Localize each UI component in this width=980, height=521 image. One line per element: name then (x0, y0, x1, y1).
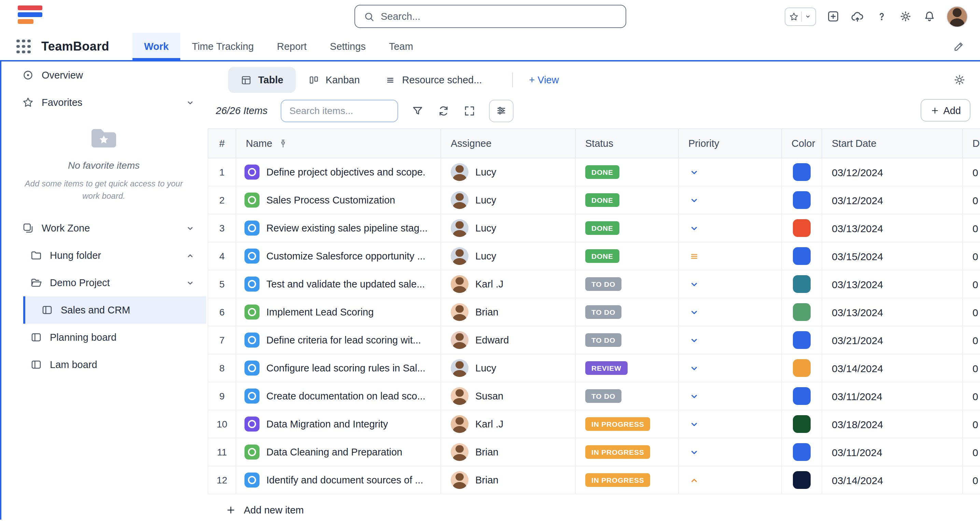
view-tab-resource-scheduling[interactable]: Resource sched... (372, 67, 495, 93)
priority-cell[interactable] (678, 354, 781, 383)
color-chip[interactable] (793, 471, 811, 489)
column-header-priority[interactable]: Priority (678, 129, 781, 159)
view-tab-kanban[interactable]: Kanban (296, 67, 372, 93)
assignee-cell[interactable]: Lucy (441, 354, 575, 383)
name-cell[interactable]: Implement Lead Scoring (235, 299, 441, 326)
priority-cell[interactable] (678, 466, 781, 494)
sidebar-item-overview[interactable]: Overview (2, 62, 206, 89)
sidebar-item-hung-folder[interactable]: Hung folder (2, 242, 206, 269)
app-logo[interactable] (18, 5, 42, 24)
color-cell[interactable] (781, 383, 822, 410)
status-cell[interactable]: TO DO (575, 270, 678, 299)
sidebar-item-sales-and-crm[interactable]: Sales and CRM (23, 296, 206, 324)
sidebar-item-demo-project[interactable]: Demo Project (2, 269, 206, 296)
start-date-cell[interactable]: 03/18/2024 (822, 410, 962, 438)
add-square-icon[interactable] (826, 10, 840, 23)
chevron-down-icon[interactable] (185, 278, 195, 288)
due-date-cell[interactable]: 0 (962, 186, 980, 214)
color-cell[interactable] (781, 354, 822, 383)
start-date-cell[interactable]: 03/13/2024 (822, 270, 962, 299)
assignee-cell[interactable]: Lucy (441, 214, 575, 242)
name-cell[interactable]: Create documentation on lead sco... (235, 383, 441, 410)
assignee-cell[interactable]: Lucy (441, 242, 575, 270)
start-date-cell[interactable]: 03/13/2024 (822, 299, 962, 326)
status-badge[interactable]: TO DO (585, 277, 622, 291)
color-chip[interactable] (793, 359, 811, 377)
tab-time-tracking[interactable]: Time Tracking (180, 33, 265, 60)
name-cell[interactable]: Define criteria for lead scoring wit... (235, 326, 441, 354)
due-date-cell[interactable]: 0 (962, 326, 980, 354)
assignee-cell[interactable]: Brian (441, 299, 575, 326)
bell-icon[interactable] (923, 10, 936, 23)
view-settings-gear-icon[interactable] (953, 73, 966, 87)
status-cell[interactable]: IN PROGRESS (575, 438, 678, 466)
priority-icon[interactable] (688, 222, 700, 234)
status-badge[interactable]: TO DO (585, 333, 622, 347)
column-header-name[interactable]: Name (235, 129, 441, 159)
name-cell[interactable]: Identify and document sources of ... (235, 466, 441, 494)
name-cell[interactable]: Data Cleaning and Preparation (235, 438, 441, 466)
color-cell[interactable] (781, 326, 822, 354)
column-header-status[interactable]: Status (575, 129, 678, 159)
name-cell[interactable]: Review existing sales pipeline stag... (235, 214, 441, 242)
status-badge[interactable]: TO DO (585, 305, 622, 319)
help-icon[interactable] (875, 10, 888, 23)
color-chip[interactable] (793, 415, 811, 433)
due-date-cell[interactable]: 0 (962, 159, 980, 186)
color-chip[interactable] (793, 163, 811, 181)
color-cell[interactable] (781, 159, 822, 186)
priority-icon[interactable] (688, 250, 700, 262)
priority-cell[interactable] (678, 242, 781, 270)
pin-icon[interactable] (278, 138, 288, 149)
add-view-button[interactable]: + View (529, 75, 558, 85)
status-badge[interactable]: DONE (585, 193, 619, 207)
filter-icon[interactable] (411, 104, 424, 117)
global-search-input[interactable] (381, 11, 617, 22)
priority-icon[interactable] (688, 474, 700, 486)
status-badge[interactable]: IN PROGRESS (585, 445, 651, 459)
tab-settings[interactable]: Settings (318, 33, 377, 60)
color-chip[interactable] (793, 191, 811, 209)
color-chip[interactable] (793, 275, 811, 293)
status-badge[interactable]: REVIEW (585, 361, 628, 375)
name-cell[interactable]: Test and validate the updated sale... (235, 270, 441, 299)
priority-icon[interactable] (688, 194, 700, 206)
name-cell[interactable]: Define project objectives and scope. (235, 159, 441, 186)
color-chip[interactable] (793, 303, 811, 321)
column-header-assignee[interactable]: Assignee (441, 129, 575, 159)
status-cell[interactable]: REVIEW (575, 354, 678, 383)
priority-cell[interactable] (678, 383, 781, 410)
chevron-up-icon[interactable] (185, 250, 195, 260)
color-chip[interactable] (793, 443, 811, 461)
status-badge[interactable]: IN PROGRESS (585, 473, 651, 487)
add-new-item-button[interactable]: Add new item (225, 500, 980, 519)
name-cell[interactable]: Data Migration and Integrity (235, 410, 441, 438)
assignee-cell[interactable]: Lucy (441, 159, 575, 186)
cloud-upload-icon[interactable] (850, 9, 865, 24)
status-badge[interactable]: DONE (585, 221, 619, 235)
start-date-cell[interactable]: 03/11/2024 (822, 438, 962, 466)
chevron-down-icon[interactable] (185, 223, 195, 233)
fullscreen-icon[interactable] (463, 104, 476, 117)
priority-icon[interactable] (688, 278, 700, 290)
color-cell[interactable] (781, 214, 822, 242)
due-date-cell[interactable]: 0 (962, 242, 980, 270)
due-date-cell[interactable]: 0 (962, 270, 980, 299)
tab-team[interactable]: Team (377, 33, 425, 60)
sidebar-item-work-zone[interactable]: Work Zone (2, 214, 206, 242)
color-cell[interactable] (781, 438, 822, 466)
view-tab-table[interactable]: Table (228, 67, 296, 93)
name-cell[interactable]: Configure lead scoring rules in Sal... (235, 354, 441, 383)
column-header-due-date[interactable]: Du (962, 129, 980, 159)
priority-cell[interactable] (678, 438, 781, 466)
column-header-color[interactable]: Color (781, 129, 822, 159)
column-header-start-date[interactable]: Start Date (822, 129, 962, 159)
priority-cell[interactable] (678, 410, 781, 438)
chevron-down-icon[interactable] (185, 97, 195, 108)
color-cell[interactable] (781, 186, 822, 214)
priority-cell[interactable] (678, 326, 781, 354)
favorite-dropdown-button[interactable] (785, 7, 816, 25)
status-cell[interactable]: IN PROGRESS (575, 466, 678, 494)
start-date-cell[interactable]: 03/11/2024 (822, 383, 962, 410)
due-date-cell[interactable]: 0 (962, 354, 980, 383)
